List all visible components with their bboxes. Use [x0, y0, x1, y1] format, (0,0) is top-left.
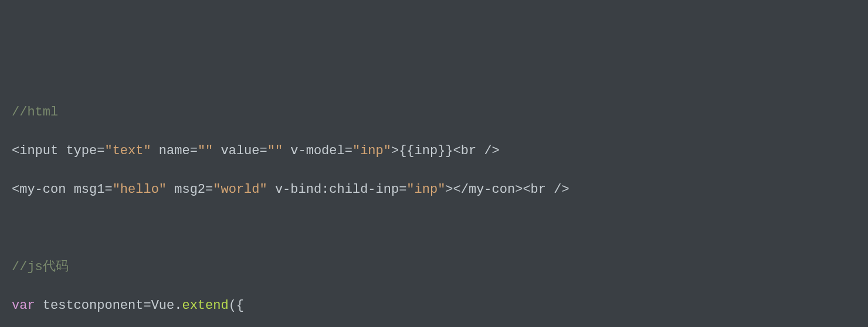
- code-line-2: <input type="text" name="" value="" v-mo…: [12, 141, 856, 161]
- code-block: //html <input type="text" name="" value=…: [12, 83, 856, 327]
- comment-html: //html: [12, 105, 58, 120]
- code-line-3: <my-con msg1="hello" msg2="world" v-bind…: [12, 180, 856, 199]
- comment-js: //js代码: [12, 260, 69, 274]
- code-line-blank: [12, 219, 856, 238]
- code-line-6: var testconponent=Vue.extend({: [12, 296, 856, 315]
- code-line-1: //html: [12, 103, 856, 122]
- code-line-5: //js代码: [12, 257, 856, 277]
